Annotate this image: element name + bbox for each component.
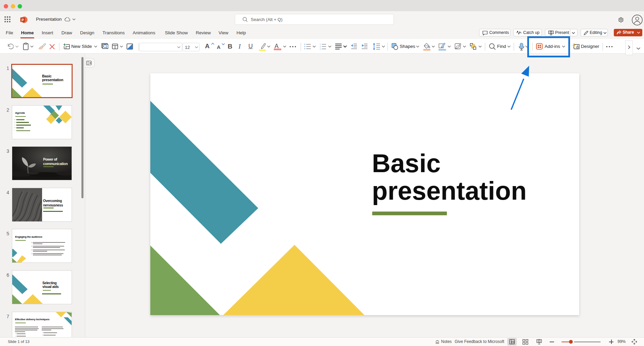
svg-text:3: 3 [320,48,321,50]
svg-text:P: P [21,18,24,22]
svg-text:2: 2 [320,45,321,48]
svg-text:1: 1 [320,43,321,45]
